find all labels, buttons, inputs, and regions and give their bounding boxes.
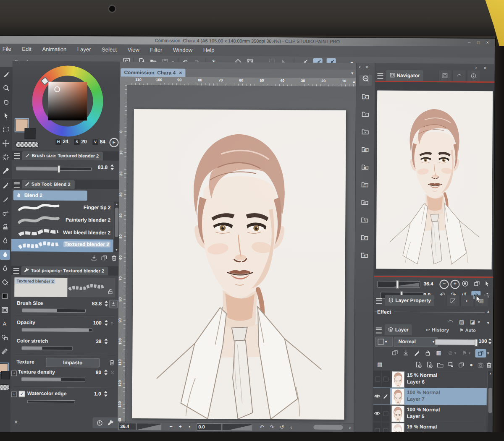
tab-layer-property[interactable]: Layer Property (385, 295, 434, 306)
menu-filter[interactable]: Filter (150, 47, 162, 53)
ruler-tool-icon[interactable] (0, 347, 9, 357)
material-color-pattern-icon[interactable]: × (359, 128, 372, 138)
navigator-view[interactable] (374, 82, 495, 276)
prop-opacity-stepper[interactable] (104, 320, 108, 326)
tab-item-bank-icon[interactable]: ◠ (452, 70, 465, 81)
sub-color-swatch[interactable] (1, 371, 10, 379)
background-color-swatch[interactable] (24, 128, 35, 139)
maximize-button[interactable]: □ (477, 40, 480, 45)
panel-menu-icon[interactable] (14, 153, 20, 159)
scroll-left-icon[interactable]: ‹ (287, 423, 295, 431)
nav-fit-icon[interactable] (460, 279, 470, 288)
expand-panel-icon[interactable]: » (12, 420, 19, 424)
menu-animation[interactable]: Animation (42, 46, 66, 52)
gradient-tool-icon[interactable] (0, 291, 10, 301)
new-vector-layer-icon[interactable] (425, 360, 434, 369)
watercolor-tool-icon[interactable] (0, 236, 10, 246)
scroll-up-icon[interactable]: ▴ (488, 371, 493, 375)
create-mask-icon[interactable]: ● (467, 361, 476, 369)
layer-color-dropdown-icon[interactable]: ▾ (487, 351, 489, 355)
layer-list-scrollbar[interactable]: ▴ ▾ (487, 371, 493, 435)
minimize-button[interactable]: – (468, 40, 471, 45)
settings-wrench-icon[interactable] (106, 419, 115, 427)
sv-marker[interactable] (54, 86, 60, 92)
panel-menu-icon[interactable] (376, 327, 382, 333)
tab-tone-curve-icon[interactable] (446, 295, 459, 306)
object-tool-icon[interactable] (1, 111, 11, 121)
subtool-item-textured-blender-2[interactable]: Textured blender 2 (11, 239, 113, 252)
decoration-tool-icon[interactable] (0, 222, 10, 232)
layer-opacity-stepper[interactable] (488, 338, 492, 344)
saturation-value-square[interactable] (48, 82, 87, 121)
tool-property-tab[interactable]: Tool property: Textured blender 2 (21, 266, 109, 275)
prop-brush-size-slider[interactable] (22, 308, 86, 313)
tab-subview-icon[interactable] (438, 70, 451, 81)
layer-row-6[interactable]: 15 % Normal Layer 6 (373, 370, 487, 389)
material-all-icon[interactable]: ★ (358, 251, 371, 262)
brush-size-stepper[interactable] (110, 164, 114, 170)
reset-rotation-icon[interactable]: ↺ (278, 423, 286, 431)
new-raster-layer-icon[interactable] (414, 360, 423, 369)
tab-gradient-map-icon[interactable]: ◐ (460, 295, 473, 306)
prop-source-icon[interactable] (109, 300, 118, 308)
ruler-range-icon[interactable]: ⚑ (460, 349, 469, 357)
ruler-scroll-up-icon[interactable]: ▴ (353, 79, 355, 84)
nav-actual-size-icon[interactable] (472, 279, 481, 288)
panel-menu-icon[interactable] (377, 73, 383, 79)
panel-forward-icon[interactable]: › (475, 65, 477, 70)
menu-help[interactable]: Help (203, 47, 215, 53)
zoom-in-icon[interactable]: + (176, 423, 184, 431)
prop-texture-density-stepper[interactable] (104, 370, 108, 376)
nav-zoom-area-icon[interactable] (482, 279, 491, 288)
prop-color-stretch-stepper[interactable] (104, 339, 108, 344)
zoom-out-icon[interactable]: − (167, 422, 175, 431)
mask-dropdown-icon[interactable]: ▾ (454, 351, 456, 355)
pasteboard[interactable] (125, 85, 356, 423)
blend-mode-combo[interactable]: Normal▾ (394, 337, 437, 347)
prop-opacity-dynamics-icon[interactable]: » (111, 320, 114, 326)
duplicate-subtool-icon[interactable] (100, 253, 109, 262)
import-subtool-icon[interactable] (89, 253, 99, 262)
apply-mask-icon[interactable] (476, 361, 485, 369)
horizontal-scrollbar-thumb[interactable] (313, 425, 343, 430)
menu-select[interactable]: Select (102, 46, 117, 52)
text-tool-icon[interactable]: A (0, 319, 10, 329)
menu-layer[interactable]: Layer (77, 46, 91, 52)
rotate-right-icon[interactable]: ↷ (268, 423, 276, 431)
layer-color-icon[interactable] (475, 349, 486, 357)
section-scroll-up-icon[interactable]: ▴ (487, 309, 489, 313)
brush-size-slider[interactable] (16, 167, 92, 171)
strip-expand-icon[interactable]: » (366, 64, 369, 70)
navigator-zoom-slider[interactable] (377, 281, 420, 288)
subtool-item-painterly-blender-2[interactable]: Painterly blender 2 (11, 214, 113, 227)
marquee-tool-icon[interactable] (1, 125, 11, 135)
menu-view[interactable]: View (128, 47, 139, 53)
pencil-tool-icon[interactable] (0, 194, 10, 204)
canvas-page[interactable] (132, 109, 346, 420)
material-favorites-icon[interactable]: ★ (359, 92, 372, 103)
zoom-tool-icon[interactable] (1, 83, 11, 93)
subtool-item-finger-tip-2[interactable]: Finger tip 2 (11, 201, 113, 214)
watercolor-edge-expander-icon[interactable]: + (11, 391, 17, 397)
rotation-slider[interactable] (222, 423, 252, 431)
blend-tool-icon[interactable] (0, 250, 10, 260)
prop-watercolor-edge-stepper[interactable] (104, 391, 108, 397)
close-button[interactable]: × (486, 40, 489, 45)
draft-layer-icon[interactable] (412, 349, 421, 357)
material-download-icon[interactable]: ▪ (359, 110, 372, 121)
subtool-item-wet-bleed-blender-2[interactable]: Wet bleed blender 2 (11, 226, 113, 240)
navigator-thumbnail[interactable] (376, 90, 493, 269)
effect-dropdown-icon[interactable]: ▾ (478, 320, 480, 324)
new-folder-icon[interactable] (436, 360, 445, 369)
reset-settings-icon[interactable] (95, 418, 104, 427)
material-3d-icon[interactable]: ▤ (358, 198, 371, 209)
color-history-strip[interactable] (15, 141, 39, 148)
document-close-icon[interactable]: × (179, 70, 182, 76)
delete-layer-icon[interactable] (484, 361, 494, 369)
material-image-icon[interactable]: ◫ (359, 180, 371, 191)
fill-bucket-tool-icon[interactable] (0, 277, 10, 287)
scroll-right-icon[interactable]: › (346, 423, 354, 432)
zoom-slider[interactable] (136, 423, 161, 430)
color-mixer-icon[interactable]: ▸ (109, 138, 118, 147)
menu-edit[interactable]: Edit (22, 46, 31, 52)
